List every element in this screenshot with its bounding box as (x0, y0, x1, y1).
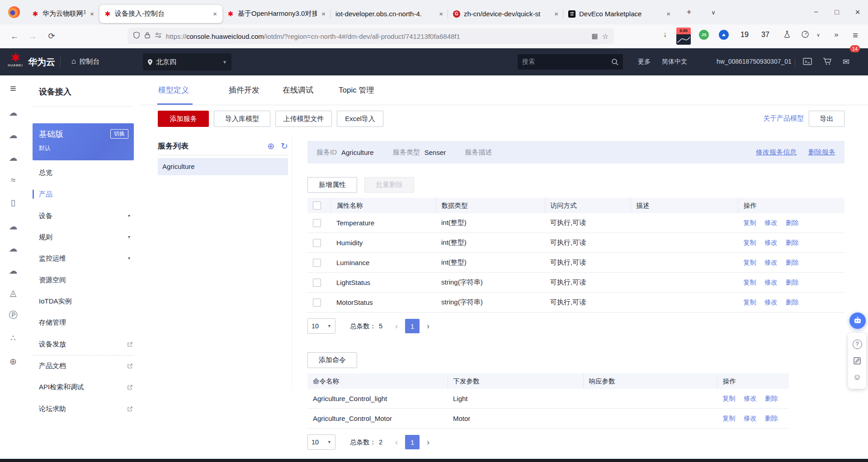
tab-close-icon[interactable]: × (89, 10, 95, 18)
window-close-button[interactable]: × (847, 7, 868, 17)
edit-link[interactable]: 修改 (764, 219, 778, 226)
tab-model-definition[interactable]: 模型定义 (158, 84, 189, 97)
beacon-icon[interactable]: ◬ (0, 288, 26, 299)
menu-icon[interactable]: ≡ (0, 83, 26, 94)
sidebar-item-forum-help[interactable]: 论坛求助 (39, 403, 133, 414)
cloud-upload-icon[interactable]: ☁ (0, 243, 26, 254)
sidebar-item-api-explorer[interactable]: API检索和调试 (39, 382, 133, 392)
new-tab-button[interactable]: + (682, 8, 696, 17)
mail-icon[interactable]: ✉ (843, 57, 849, 67)
window-restore-button[interactable]: □ (826, 8, 847, 16)
browser-tab-1[interactable]: ✱ 华为云物联网平台_华为云Io × (27, 5, 99, 23)
tab-close-icon[interactable]: × (212, 10, 218, 18)
back-icon[interactable]: ← (8, 30, 21, 42)
delete-link[interactable]: 删除 (786, 299, 799, 306)
copy-link[interactable]: 复制 (743, 219, 756, 226)
edit-service-link[interactable]: 修改服务信息 (756, 148, 797, 157)
edit-link[interactable]: 修改 (764, 259, 778, 266)
tab-close-icon[interactable]: × (665, 10, 671, 18)
sidebar-item-iotda-instance[interactable]: IoTDA实例 (39, 296, 133, 307)
firefox-logo-icon[interactable] (8, 6, 20, 18)
sidebar-item-device-provisioning[interactable]: 设备发放 (39, 339, 133, 350)
import-library-model-button[interactable]: 导入库模型 (214, 111, 270, 127)
select-all-checkbox[interactable] (313, 201, 321, 210)
huawei-logo[interactable]: ✱ HUAWEI (6, 52, 24, 67)
edit-link[interactable]: 修改 (764, 279, 778, 286)
account-username[interactable]: hw_008618750930307_01 (717, 58, 792, 65)
browser-tab-5[interactable]: G zh-cn/device-dev/quick-st × (448, 5, 564, 23)
list-tabs-icon[interactable]: ∨ (707, 9, 720, 16)
extension-counter-b[interactable]: 37 (761, 31, 769, 39)
add-property-button[interactable]: 新增属性 (307, 177, 357, 193)
current-page[interactable]: 1 (405, 435, 420, 449)
edit-link[interactable]: 修改 (764, 239, 778, 246)
overflow-menu-icon[interactable]: » (831, 30, 842, 39)
cloud-server-icon[interactable]: ☁ (0, 153, 26, 163)
gauge-extension-icon[interactable] (799, 30, 811, 41)
cloud-drive-extension-icon[interactable] (719, 30, 729, 40)
device-icon[interactable]: ▯ (0, 197, 26, 208)
copy-link[interactable]: 复制 (743, 239, 756, 246)
copy-link[interactable]: 复制 (722, 395, 736, 402)
sidebar-item-overview[interactable]: 总览 (39, 167, 133, 178)
sidebar-item-product-docs[interactable]: 产品文档 (39, 360, 133, 371)
window-minimize-button[interactable]: − (806, 8, 826, 16)
globe-icon[interactable]: ⊕ (0, 356, 26, 367)
current-page[interactable]: 1 (405, 319, 420, 333)
refresh-icon[interactable]: ↻ (281, 141, 288, 151)
lock-icon[interactable] (144, 32, 151, 41)
prev-page-icon[interactable]: ‹ (395, 438, 398, 447)
next-page-icon[interactable]: › (427, 438, 429, 447)
edit-link[interactable]: 修改 (764, 299, 778, 306)
sidebar-item-resource-space[interactable]: 资源空间 (39, 275, 133, 285)
add-service-button[interactable]: 添加服务 (158, 111, 209, 127)
sidebar-item-product[interactable]: 产品 (39, 189, 133, 200)
copy-link[interactable]: 复制 (743, 279, 756, 286)
brand-title[interactable]: 华为云 (28, 56, 55, 68)
language-selector[interactable]: 简体中文 (662, 58, 687, 66)
header-search-input[interactable]: 搜索 (518, 54, 623, 70)
tab-close-icon[interactable]: × (553, 10, 559, 18)
tab-topic-management[interactable]: Topic 管理 (339, 84, 374, 97)
edition-switch-button[interactable]: 切换 (110, 129, 128, 139)
tab-plugin-dev[interactable]: 插件开发 (229, 84, 259, 97)
next-page-icon[interactable]: › (427, 322, 429, 331)
excel-import-button[interactable]: Excel导入 (337, 111, 383, 127)
cloud-dots-icon[interactable]: ☁ (0, 130, 26, 141)
upload-model-file-button[interactable]: 上传模型文件 (275, 111, 332, 127)
row-checkbox[interactable] (313, 219, 321, 227)
service-list-item-selected[interactable]: Agriculture (158, 158, 288, 175)
ip-icon[interactable]: Ⓟ (0, 310, 26, 321)
row-checkbox[interactable] (313, 299, 321, 307)
qr-code-icon[interactable]: ▦ (591, 32, 598, 40)
app-menu-icon[interactable]: ≡ (849, 30, 862, 41)
url-bar[interactable]: https://console.huaweicloud.com/iotdm/?r… (127, 28, 614, 44)
cli-console-icon[interactable] (803, 57, 812, 67)
help-icon[interactable]: ? (853, 340, 862, 349)
reload-icon[interactable]: ⟳ (45, 30, 58, 42)
chevron-down-icon[interactable]: ∨ (814, 32, 823, 38)
cloud-stack-icon[interactable]: ☁ (0, 107, 26, 118)
feedback-icon[interactable] (853, 357, 861, 365)
about-product-model-link[interactable]: 关于产品模型 (763, 114, 804, 123)
browser-tab-3[interactable]: ✱ 基于OpenHarmony3.0对接 × (222, 5, 331, 23)
delete-link[interactable]: 删除 (765, 415, 778, 422)
row-checkbox[interactable] (313, 239, 321, 247)
copy-link[interactable]: 复制 (722, 415, 736, 422)
row-checkbox[interactable] (313, 279, 321, 287)
delete-link[interactable]: 删除 (786, 219, 799, 226)
add-service-icon[interactable]: ⊕ (267, 141, 274, 151)
search-icon[interactable] (611, 58, 618, 65)
customer-service-robot-button[interactable] (849, 313, 866, 329)
cloud-icon[interactable]: ☁ (0, 221, 26, 232)
page-size-select[interactable]: 10 ▼ (307, 318, 335, 334)
copy-link[interactable]: 复制 (743, 299, 756, 306)
edit-link[interactable]: 修改 (744, 415, 757, 422)
browser-tab-6[interactable]: HM OS DevEco Marketplace × (564, 5, 676, 23)
tab-close-icon[interactable]: × (321, 10, 326, 18)
forward-icon[interactable]: → (26, 30, 39, 42)
waves-icon[interactable]: ≈ (0, 175, 26, 186)
row-checkbox[interactable] (313, 259, 321, 267)
browser-tab-4[interactable]: iot-developer.obs.cn-north-4. × (331, 5, 448, 23)
prev-page-icon[interactable]: ‹ (395, 322, 398, 331)
